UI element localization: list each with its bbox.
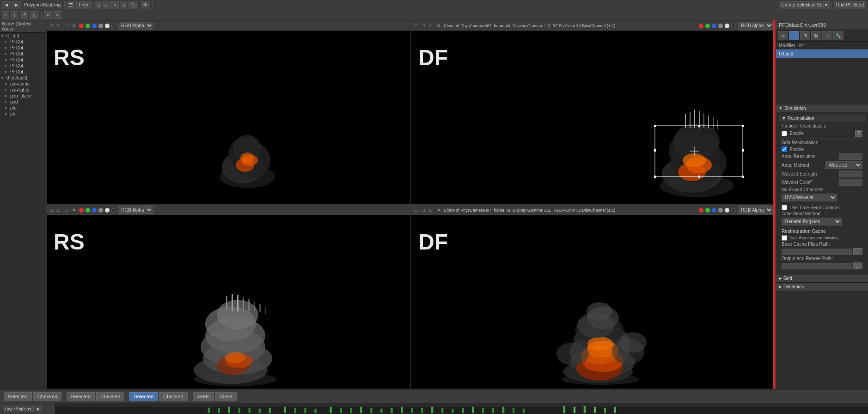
utilities-tool[interactable]: 🔧 (833, 31, 844, 40)
sim-arrow: ▼ (779, 106, 782, 110)
vp-tr-icon1[interactable]: □ (413, 23, 419, 29)
vp-bl-icon1[interactable]: □ (49, 207, 54, 213)
tb5[interactable]: ○ (111, 1, 119, 9)
modifier-object[interactable]: Object (776, 49, 868, 58)
vp-br-icon1[interactable]: □ (413, 207, 419, 213)
vp-tl-close[interactable]: ✕ (71, 23, 77, 29)
dynamics-header[interactable]: ▶ Dynamics (776, 283, 868, 291)
select-btn[interactable]: ☰ (67, 1, 75, 9)
vp-br-close[interactable]: ✕ (435, 207, 442, 213)
wavelet-str-value[interactable]: 3.0 (839, 170, 862, 177)
base-cache-browse[interactable]: ... (853, 248, 862, 255)
hierarchy-ph[interactable]: ● ph (4, 111, 46, 117)
vp-tl-dropdown[interactable]: RGB Alpha (118, 22, 153, 30)
vp-br-dropdown[interactable]: RGB Alpha (738, 206, 773, 214)
tb6[interactable]: □ (120, 1, 127, 9)
tb-snap2[interactable]: ⌖ (54, 11, 61, 19)
hierarchy-pfd2[interactable]: ● PFDbl... (4, 45, 46, 51)
hierarchy-pfd5[interactable]: ● PFDbl... (4, 63, 46, 69)
grid-header[interactable]: ▶ Grid (776, 274, 868, 282)
simulation-header[interactable]: ▼ Simulation (776, 104, 868, 112)
tb-select[interactable]: + (2, 11, 9, 19)
hierarchy-tool[interactable]: ⚗ (800, 31, 810, 40)
motion-tool[interactable]: ⌘ (811, 31, 821, 40)
hierarchy-gnd[interactable]: ● gnd (4, 99, 46, 105)
hierarchy-cams[interactable]: ● aa--cams (4, 81, 46, 87)
tb3[interactable]: □ (95, 1, 102, 9)
question-button[interactable]: ? (855, 130, 862, 137)
label-gnd: gnd (10, 99, 18, 104)
vp-tr-icon3[interactable]: □ (428, 23, 434, 29)
viewport-top-right[interactable]: □ □ □ ✕ Clone of PhysCamera007, frame 40… (411, 20, 776, 205)
no-export-select[interactable]: UVW/Wavelet (782, 194, 837, 201)
hierarchy-pfd3[interactable]: ● PFDbl... (4, 51, 46, 57)
viewport-bottom-right[interactable]: □ □ □ ✕ Clone of PhysCamera007, frame 40… (411, 205, 776, 389)
hierarchy-lights[interactable]: ● aa--lights (4, 87, 46, 93)
svg-rect-106 (604, 408, 606, 414)
wait-caches-checkbox[interactable] (782, 235, 787, 241)
view-btn[interactable]: 👁 (141, 1, 150, 9)
vp-br-icon3[interactable]: □ (428, 207, 434, 213)
display-tool[interactable]: □ (822, 31, 832, 40)
status-selected-2[interactable]: Selected (67, 392, 95, 401)
status-close[interactable]: Close (215, 392, 237, 401)
status-checked-1[interactable]: Checked (33, 392, 61, 401)
hierarchy-pfd[interactable]: ● pfd (4, 105, 46, 111)
tb4[interactable]: □ (103, 1, 110, 9)
status-selected-3[interactable]: Selected (129, 392, 158, 401)
dynamics-label: Dynamics (783, 284, 804, 289)
status-selected-1[interactable]: Selected (4, 392, 32, 401)
tb-move[interactable]: ↕ (11, 11, 18, 19)
status-alerts[interactable]: Alerts (193, 392, 214, 401)
resim-cache-label: Resimulation Cache (782, 229, 862, 234)
hierarchy-geo[interactable]: ● geo_plane (4, 93, 46, 99)
output-render-browse[interactable]: ... (853, 262, 862, 269)
wavelet-cut-value[interactable]: 0.001 (839, 179, 862, 186)
vp-tl-icon1[interactable]: □ (49, 23, 54, 29)
toolbar-btn-1[interactable]: ◄ (2, 1, 11, 9)
tb-scale[interactable]: △ (30, 11, 38, 19)
timeline-track[interactable] (55, 403, 868, 414)
toolbar-btn-2[interactable]: ► (12, 1, 21, 9)
seed-btn[interactable]: Rnd PF Seed (834, 1, 866, 9)
time-bend-checkbox[interactable] (782, 205, 787, 210)
status-checked-2[interactable]: Checked (96, 392, 124, 401)
vp-br-icon2[interactable]: □ (421, 207, 426, 213)
vp-bl-close[interactable]: ✕ (71, 207, 77, 213)
vp-tl-icon3[interactable]: □ (63, 23, 69, 29)
free-btn[interactable]: Free (76, 1, 91, 9)
amp-method-select[interactable]: Wav...ice (825, 161, 862, 169)
selection-set-btn[interactable]: Create Selection Set ▾ (779, 1, 830, 9)
hierarchy-pfd6[interactable]: ● PFDbl... (4, 69, 46, 75)
vp-tr-dropdown[interactable]: RGB Alpha (738, 22, 773, 30)
tb7[interactable]: ▢ (128, 1, 137, 9)
tb-rotate[interactable]: ↺ (20, 11, 28, 19)
vp-bl-icon3[interactable]: □ (63, 207, 69, 213)
hierarchy-pfd4[interactable]: ● PFDbl... (4, 57, 46, 63)
grid-enable-checkbox[interactable] (782, 146, 787, 152)
vp-tl-icon2[interactable]: □ (56, 23, 61, 29)
resim-cache-row: Resimulation Cache (782, 229, 862, 234)
enable-checkbox[interactable] (782, 131, 787, 136)
vp-bl-icon2[interactable]: □ (56, 207, 61, 213)
base-cache-input[interactable]: ${same_as_output} (782, 249, 852, 255)
layer-arrow-btn[interactable]: ► (35, 406, 43, 412)
hierarchy-pfd1[interactable]: ● PFDbl... (4, 39, 46, 45)
vp-bl-dropdown[interactable]: RGB Alpha (118, 206, 153, 214)
hierarchy-l1pfd[interactable]: ► l1_pfd (0, 33, 46, 39)
resim-header[interactable]: ▼ Resimulation (779, 114, 865, 122)
eye-icon-cams: ● (5, 82, 9, 86)
output-render-input[interactable]: K:\cache\ifix_blasts\arti ... (782, 263, 852, 269)
viewport-bottom-left[interactable]: □ □ □ ✕ RGB Alpha RS (46, 205, 411, 389)
viewport-top-left[interactable]: □ □ □ ✕ RGB Alpha RS (46, 20, 411, 205)
status-checked-3[interactable]: Checked (159, 392, 187, 401)
hierarchy-default[interactable]: ► 0 (default) (0, 75, 46, 81)
time-bend-method-select[interactable]: General-Purpose (782, 218, 842, 225)
tb-snap[interactable]: ⌖ (44, 11, 52, 19)
modifier-tool[interactable]: □ (789, 31, 799, 40)
cursor-tool[interactable]: ⇒ (778, 31, 788, 40)
amp-res-value[interactable]: 1.0 (839, 153, 862, 160)
vp-tr-close[interactable]: ✕ (435, 23, 442, 29)
layer-explorer-btn[interactable]: Layer Explorer (3, 406, 34, 412)
vp-tr-icon2[interactable]: □ (421, 23, 426, 29)
